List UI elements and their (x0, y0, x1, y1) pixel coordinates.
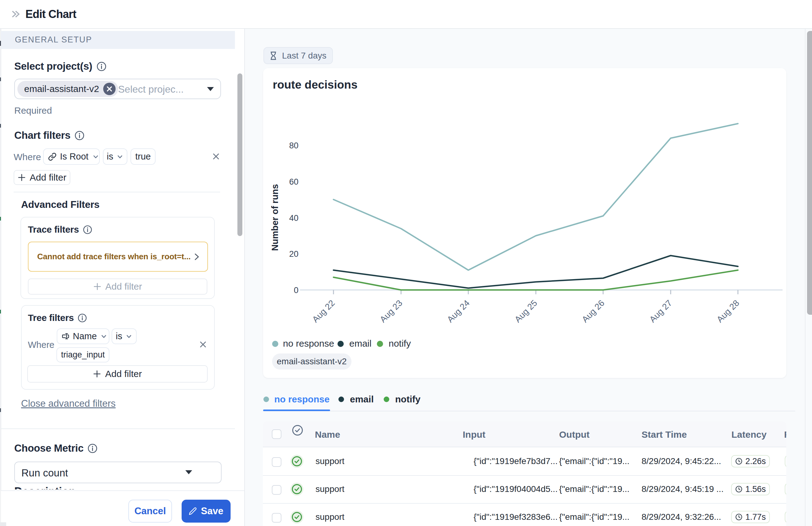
svg-text:Aug 25: Aug 25 (513, 298, 539, 324)
svg-text:Number of runs: Number of runs (270, 184, 280, 251)
svg-text:Aug 24: Aug 24 (445, 298, 472, 324)
svg-text:Aug 26: Aug 26 (580, 298, 607, 324)
svg-text:Aug 22: Aug 22 (310, 298, 337, 324)
svg-text:20: 20 (289, 249, 299, 259)
svg-text:Aug 27: Aug 27 (648, 298, 674, 324)
svg-text:Aug 23: Aug 23 (378, 298, 404, 324)
svg-text:80: 80 (289, 141, 299, 150)
svg-text:Aug 28: Aug 28 (715, 298, 741, 324)
svg-text:40: 40 (289, 214, 299, 223)
svg-text:60: 60 (289, 177, 299, 187)
svg-text:0: 0 (294, 286, 299, 295)
